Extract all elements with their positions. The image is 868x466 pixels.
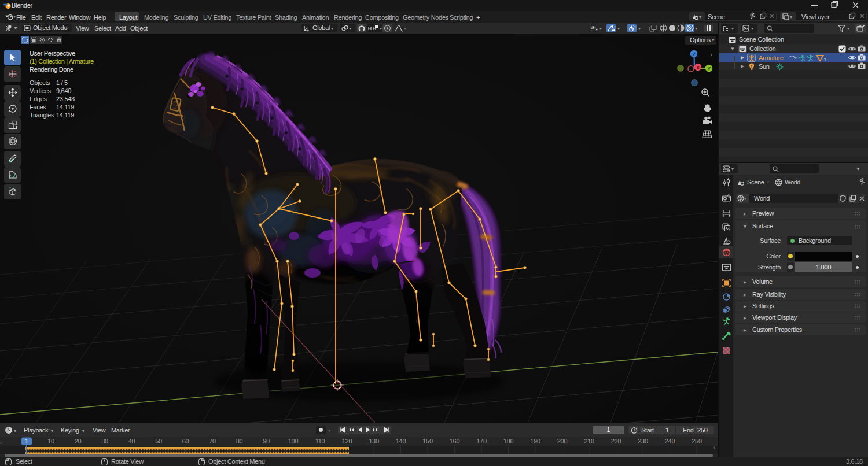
svg-text:X: X (696, 65, 700, 71)
svg-text:130: 130 (369, 438, 379, 445)
svg-text:3: 3 (824, 57, 826, 62)
svg-text:60: 60 (182, 438, 189, 445)
svg-text:Z: Z (692, 51, 696, 57)
svg-text:20: 20 (75, 438, 82, 445)
svg-text:220: 220 (611, 438, 621, 445)
svg-text:210: 210 (584, 438, 594, 445)
svg-text:40: 40 (128, 438, 135, 445)
svg-text:140: 140 (396, 438, 406, 445)
svg-text:200: 200 (557, 438, 568, 445)
svg-text:120: 120 (342, 438, 352, 445)
svg-text:250: 250 (692, 438, 702, 445)
svg-text:170: 170 (476, 438, 487, 445)
svg-text:230: 230 (638, 438, 648, 445)
svg-text:160: 160 (450, 438, 460, 445)
svg-text:180: 180 (503, 438, 514, 445)
svg-text:90: 90 (263, 438, 270, 445)
svg-text:190: 190 (530, 438, 540, 445)
svg-text:70: 70 (209, 438, 216, 445)
svg-text:150: 150 (422, 438, 433, 445)
svg-text:80: 80 (236, 438, 243, 445)
svg-text:240: 240 (665, 438, 675, 445)
svg-text:100: 100 (288, 438, 299, 445)
svg-text:110: 110 (315, 438, 325, 445)
svg-text:10: 10 (47, 438, 54, 445)
svg-text:1: 1 (25, 438, 28, 445)
svg-text:50: 50 (155, 438, 162, 445)
svg-text:Y: Y (707, 66, 711, 72)
svg-text:30: 30 (101, 438, 108, 445)
